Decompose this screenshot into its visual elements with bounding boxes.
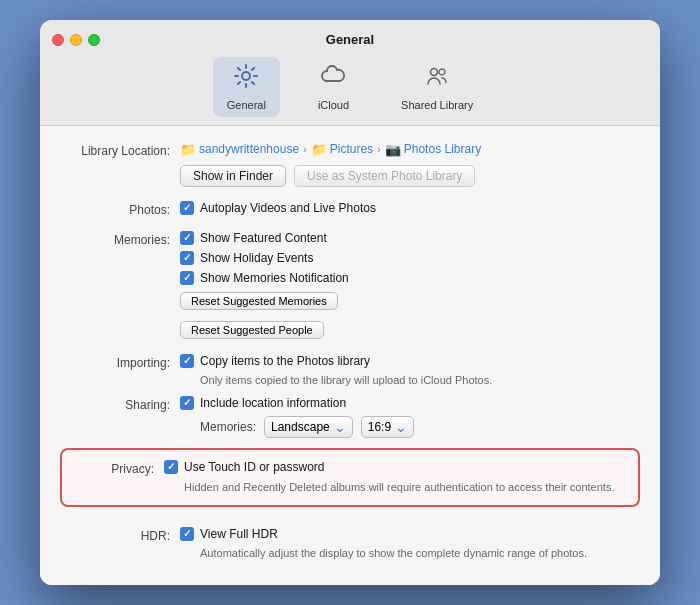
- show-in-finder-button[interactable]: Show in Finder: [180, 165, 286, 187]
- ratio-value: 16:9: [368, 420, 391, 434]
- importing-row: Importing: ✓ Copy items to the Photos li…: [60, 354, 640, 386]
- tab-general[interactable]: General: [213, 57, 280, 117]
- show-featured-label: Show Featured Content: [200, 231, 327, 245]
- reset-suggested-people-button[interactable]: Reset Suggested People: [180, 321, 324, 339]
- settings-content: Library Location: 📁 sandywrittenhouse › …: [40, 126, 660, 585]
- importing-label: Importing:: [60, 354, 180, 370]
- breadcrumb-pictures-text: Pictures: [330, 142, 373, 156]
- library-location-row: Library Location: 📁 sandywrittenhouse › …: [60, 142, 640, 191]
- privacy-box-wrapper: Privacy: ✓ Use Touch ID or password Hidd…: [60, 448, 640, 517]
- sharing-row: Sharing: ✓ Include location information …: [60, 396, 640, 438]
- folder-icon-home: 📁: [180, 142, 196, 157]
- copy-items-label: Copy items to the Photos library: [200, 354, 370, 368]
- memories-orientation-group: Memories: Landscape ⌄ 16:9 ⌄: [180, 416, 640, 438]
- window-title: General: [326, 32, 374, 47]
- privacy-highlighted-box: Privacy: ✓ Use Touch ID or password Hidd…: [60, 448, 640, 507]
- tab-shared-library-label: Shared Library: [401, 99, 473, 111]
- svg-point-1: [431, 68, 438, 75]
- show-featured-checkbox[interactable]: ✓: [180, 231, 194, 245]
- breadcrumb-item-library: 📷 Photos Library: [385, 142, 481, 157]
- traffic-lights: [52, 34, 100, 46]
- hdr-row: HDR: ✓ View Full HDR Automatically adjus…: [60, 527, 640, 559]
- privacy-content: ✓ Use Touch ID or password Hidden and Re…: [164, 460, 626, 495]
- show-notification-row: ✓ Show Memories Notification: [180, 271, 640, 285]
- include-location-checkbox[interactable]: ✓: [180, 396, 194, 410]
- view-full-hdr-checkbox[interactable]: ✓: [180, 527, 194, 541]
- library-location-content: 📁 sandywrittenhouse › 📁 Pictures › 📷 Pho…: [180, 142, 640, 191]
- svg-point-2: [439, 69, 445, 75]
- sharing-content: ✓ Include location information Memories:…: [180, 396, 640, 438]
- memories-content: ✓ Show Featured Content ✓ Show Holiday E…: [180, 231, 640, 344]
- touch-id-label: Use Touch ID or password: [184, 460, 325, 474]
- breadcrumb-item-pictures: 📁 Pictures: [311, 142, 373, 157]
- show-holiday-row: ✓ Show Holiday Events: [180, 251, 640, 265]
- cloud-icon: [320, 63, 346, 95]
- ratio-select[interactable]: 16:9 ⌄: [361, 416, 414, 438]
- memories-label: Memories:: [60, 231, 180, 247]
- tab-shared-library[interactable]: Shared Library: [387, 57, 487, 117]
- show-holiday-checkbox[interactable]: ✓: [180, 251, 194, 265]
- tab-icloud[interactable]: iCloud: [304, 57, 363, 117]
- persons-icon: [424, 63, 450, 95]
- close-button[interactable]: [52, 34, 64, 46]
- view-full-hdr-row: ✓ View Full HDR: [180, 527, 640, 541]
- memories-sub-label: Memories:: [200, 420, 256, 434]
- photos-content: ✓ Autoplay Videos and Live Photos: [180, 201, 640, 221]
- photos-icon: 📷: [385, 142, 401, 157]
- ratio-arrow-icon: ⌄: [395, 419, 407, 435]
- hdr-label: HDR:: [60, 527, 180, 543]
- orientation-value: Landscape: [271, 420, 330, 434]
- library-location-label: Library Location:: [60, 142, 180, 158]
- photos-row: Photos: ✓ Autoplay Videos and Live Photo…: [60, 201, 640, 221]
- gear-icon: [233, 63, 259, 95]
- tab-icloud-label: iCloud: [318, 99, 349, 111]
- breadcrumb-item-home: 📁 sandywrittenhouse: [180, 142, 299, 157]
- autoplay-checkbox[interactable]: ✓: [180, 201, 194, 215]
- breadcrumb-library-text: Photos Library: [404, 142, 481, 156]
- tab-general-label: General: [227, 99, 266, 111]
- maximize-button[interactable]: [88, 34, 100, 46]
- svg-point-0: [242, 72, 250, 80]
- minimize-button[interactable]: [70, 34, 82, 46]
- hdr-content: ✓ View Full HDR Automatically adjust the…: [180, 527, 640, 559]
- importing-sub-text: Only items copied to the library will up…: [200, 374, 640, 386]
- main-window: General General iCloud: [40, 20, 660, 585]
- breadcrumb-sep-2: ›: [377, 143, 381, 155]
- include-location-row: ✓ Include location information: [180, 396, 640, 410]
- photos-label: Photos:: [60, 201, 180, 217]
- memories-row: Memories: ✓ Show Featured Content ✓ Show…: [60, 231, 640, 344]
- show-notification-checkbox[interactable]: ✓: [180, 271, 194, 285]
- use-as-system-photo-library-button[interactable]: Use as System Photo Library: [294, 165, 475, 187]
- show-featured-row: ✓ Show Featured Content: [180, 231, 640, 245]
- touch-id-row: ✓ Use Touch ID or password: [164, 460, 626, 474]
- library-button-group: Show in Finder Use as System Photo Libra…: [180, 165, 640, 187]
- breadcrumb-home-text: sandywrittenhouse: [199, 142, 299, 156]
- title-bar: General General iCloud: [40, 20, 660, 126]
- toolbar: General iCloud: [213, 57, 487, 117]
- autoplay-label: Autoplay Videos and Live Photos: [200, 201, 376, 215]
- view-full-hdr-label: View Full HDR: [200, 527, 278, 541]
- reset-suggested-memories-button[interactable]: Reset Suggested Memories: [180, 292, 338, 310]
- copy-items-row: ✓ Copy items to the Photos library: [180, 354, 640, 368]
- privacy-section-row: Privacy: ✓ Use Touch ID or password Hidd…: [60, 448, 640, 517]
- privacy-label: Privacy:: [74, 460, 164, 476]
- hdr-sub-text: Automatically adjust the display to show…: [200, 547, 640, 559]
- show-notification-label: Show Memories Notification: [200, 271, 349, 285]
- autoplay-row: ✓ Autoplay Videos and Live Photos: [180, 201, 640, 215]
- include-location-label: Include location information: [200, 396, 346, 410]
- orientation-arrow-icon: ⌄: [334, 419, 346, 435]
- folder-icon-pictures: 📁: [311, 142, 327, 157]
- breadcrumb: 📁 sandywrittenhouse › 📁 Pictures › 📷 Pho…: [180, 142, 640, 157]
- copy-items-checkbox[interactable]: ✓: [180, 354, 194, 368]
- touch-id-checkbox[interactable]: ✓: [164, 460, 178, 474]
- sharing-label: Sharing:: [60, 396, 180, 412]
- show-holiday-label: Show Holiday Events: [200, 251, 313, 265]
- orientation-select[interactable]: Landscape ⌄: [264, 416, 353, 438]
- importing-content: ✓ Copy items to the Photos library Only …: [180, 354, 640, 386]
- privacy-sub-text: Hidden and Recently Deleted albums will …: [184, 480, 626, 495]
- breadcrumb-sep-1: ›: [303, 143, 307, 155]
